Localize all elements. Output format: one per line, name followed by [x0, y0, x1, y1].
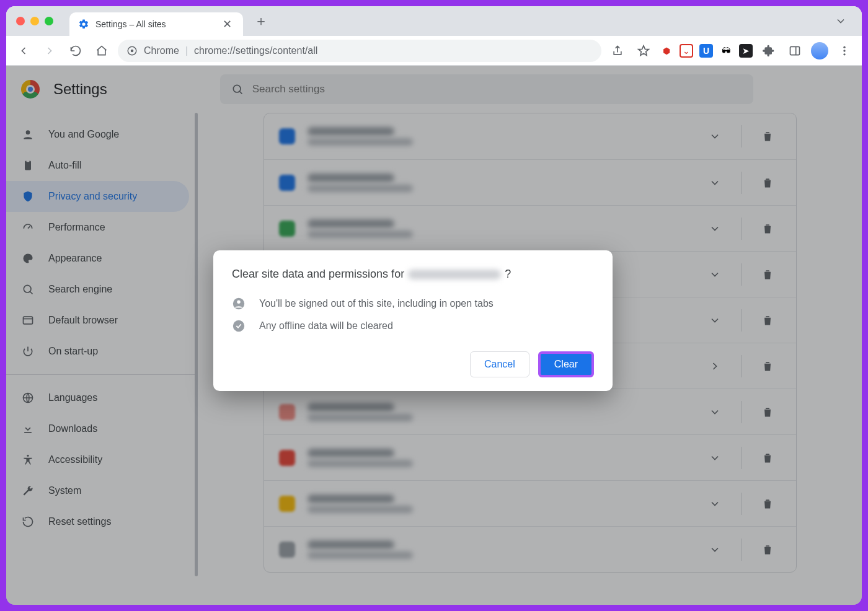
- profile-avatar[interactable]: [811, 42, 828, 59]
- share-button[interactable]: [608, 41, 627, 61]
- forward-button[interactable]: [40, 41, 60, 61]
- page-content: Settings You and Google Auto-fill Privac…: [6, 66, 862, 605]
- redacted-site-name: [408, 270, 501, 279]
- extension-icon[interactable]: ⌄: [680, 44, 693, 58]
- titlebar: Settings – All sites ✕ ＋: [6, 6, 862, 36]
- extension-icon[interactable]: ⬢: [660, 44, 673, 58]
- svg-point-3: [843, 46, 845, 48]
- bookmark-button[interactable]: [634, 41, 653, 61]
- home-button[interactable]: [92, 41, 112, 61]
- address-bar[interactable]: Chrome | chrome://settings/content/all: [118, 40, 601, 62]
- extension-icon[interactable]: ➤: [739, 44, 753, 58]
- site-info-icon: [126, 45, 138, 56]
- svg-point-5: [843, 53, 845, 55]
- tab-title: Settings – All sites: [95, 19, 214, 29]
- browser-toolbar: Chrome | chrome://settings/content/all ⬢…: [6, 36, 862, 66]
- extension-icon[interactable]: U: [699, 44, 713, 58]
- person-circle-icon: [232, 297, 246, 310]
- close-window-button[interactable]: [16, 17, 25, 25]
- omnibox-url: chrome://settings/content/all: [194, 45, 317, 56]
- clear-site-data-dialog: Clear site data and permissions for ? Yo…: [213, 250, 613, 391]
- settings-icon: [78, 19, 89, 30]
- reload-button[interactable]: [66, 41, 86, 61]
- maximize-window-button[interactable]: [45, 17, 53, 25]
- close-tab-button[interactable]: ✕: [220, 16, 234, 32]
- svg-rect-2: [790, 46, 800, 55]
- sidepanel-button[interactable]: [785, 41, 805, 61]
- omnibox-prefix: Chrome: [144, 45, 179, 56]
- back-button[interactable]: [14, 41, 33, 61]
- clear-button[interactable]: Clear: [538, 351, 594, 377]
- cancel-button[interactable]: Cancel: [470, 351, 529, 377]
- browser-window: Settings – All sites ✕ ＋ Chrome | chrome…: [6, 6, 862, 605]
- svg-point-1: [131, 49, 134, 52]
- svg-point-4: [843, 50, 845, 51]
- toolbar-actions: ⬢ ⌄ U 🕶 ➤: [608, 41, 854, 61]
- extensions-menu-button[interactable]: [759, 41, 779, 61]
- browser-tab[interactable]: Settings – All sites ✕: [69, 12, 243, 36]
- new-tab-button[interactable]: ＋: [248, 12, 274, 30]
- window-controls: [16, 17, 53, 25]
- menu-button[interactable]: [835, 41, 854, 61]
- extension-icon[interactable]: 🕶: [719, 44, 733, 58]
- svg-point-15: [237, 301, 241, 304]
- tabs-dropdown-button[interactable]: [830, 15, 852, 27]
- dialog-info-row: You'll be signed out of this site, inclu…: [232, 297, 594, 310]
- dialog-title: Clear site data and permissions for ?: [232, 268, 594, 281]
- svg-point-16: [233, 320, 244, 332]
- dialog-info-row: Any offline data will be cleared: [232, 319, 594, 333]
- minimize-window-button[interactable]: [30, 17, 39, 25]
- check-circle-icon: [232, 319, 246, 333]
